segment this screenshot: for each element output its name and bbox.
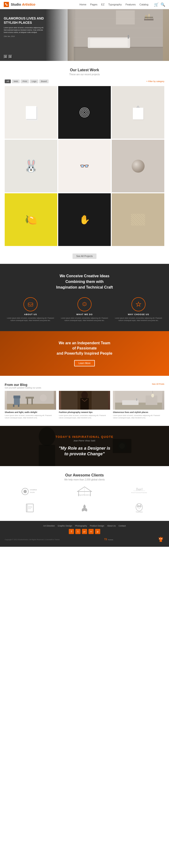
- svg-text:PHOTOGRAPHERS: PHOTOGRAPHERS: [131, 492, 147, 493]
- quote-text: "My Role as a Designer isto provoke Chan…: [5, 446, 164, 457]
- filter-print[interactable]: Print: [21, 80, 29, 83]
- joomlafox-brand: [157, 536, 164, 543]
- feature-why-choose-us-icon: [131, 297, 145, 311]
- svg-text:creative: creative: [30, 489, 37, 491]
- blog-header-left: From our Blog Get yourself updated readi…: [5, 383, 41, 389]
- social-linkedin[interactable]: in: [89, 529, 94, 534]
- footer-nav-art-direction[interactable]: Art Direction: [43, 525, 55, 527]
- search-icon[interactable]: 🔍: [161, 2, 165, 7]
- nav-pages[interactable]: Pages: [90, 3, 97, 6]
- portfolio-item-7[interactable]: 🍋: [5, 193, 57, 246]
- hero-content: Glamorous Lives And Stylish Places Lorem…: [4, 16, 46, 39]
- portfolio-visual-glasses: 👓: [80, 161, 89, 170]
- portfolio-visual-lemon: 🍋: [25, 214, 37, 225]
- svg-point-70: [161, 538, 162, 539]
- footer-nav-contact[interactable]: Contact: [119, 525, 126, 527]
- client-creativestudio: creative studio: [21, 487, 39, 496]
- quote-section: Today's Inspirational Quote Jean Pierre …: [0, 426, 169, 466]
- portfolio-item-3[interactable]: [112, 86, 164, 139]
- svg-rect-36: [122, 400, 139, 405]
- cart-icon[interactable]: 🛒: [154, 2, 159, 7]
- see-all-projects-button[interactable]: See All Projects: [72, 253, 97, 259]
- svg-point-63: [138, 506, 138, 507]
- blog-card-1-text: Lorem ipsum dolor sit amet, consectetur …: [5, 414, 56, 419]
- quote-label: Today's Inspirational Quote: [5, 435, 164, 439]
- client-degreeresidence: DegreeResidence: [75, 486, 94, 497]
- svg-text:Framework: Framework: [108, 539, 113, 540]
- svg-rect-38: [136, 398, 137, 401]
- blog-card-2: Fashion photography newest tips Lorem ip…: [59, 391, 110, 419]
- portfolio-visual-round: [132, 160, 144, 173]
- svg-rect-15: [144, 17, 153, 18]
- footer: Art Direction Graphic Design Photography…: [0, 521, 169, 547]
- learn-more-button[interactable]: Learn More: [74, 360, 95, 366]
- footer-nav: Art Direction Graphic Design Photography…: [5, 525, 164, 527]
- portfolio-item-5[interactable]: 👓: [58, 140, 111, 192]
- svg-point-32: [81, 391, 88, 399]
- hero-image: [68, 9, 169, 61]
- footer-nav-product-design[interactable]: Product Design: [90, 525, 104, 527]
- blog-header: From our Blog Get yourself updated readi…: [5, 383, 164, 389]
- social-google-plus[interactable]: g+: [82, 529, 87, 534]
- filter-category-label[interactable]: + Filter by category: [146, 80, 164, 83]
- nav-ez[interactable]: EZ: [101, 3, 104, 6]
- portfolio-item-9[interactable]: [112, 193, 164, 246]
- footer-bottom-bar: Copyright © 2013 StudioArtistico. All Ri…: [5, 536, 164, 543]
- portfolio-item-2[interactable]: [58, 86, 111, 139]
- svg-rect-14: [148, 14, 150, 19]
- nav-features[interactable]: Features: [126, 3, 136, 6]
- filter-logo[interactable]: Logo: [30, 80, 38, 83]
- logo-icon: [4, 2, 9, 7]
- feature-what-we-do-desc: Lorem ipsum dolor sit amet, consectetur …: [59, 317, 110, 322]
- header: StudioArtistico Home Pages EZ Typography…: [0, 0, 169, 9]
- hero-date: 23rd Jan, 2014: [4, 35, 46, 37]
- blog-card-2-title: Fashion photography newest tips: [59, 411, 110, 413]
- client-tsarl-icon: Tsarl PHOTOGRAPHERS: [130, 486, 148, 497]
- filter-bar: All Web Print Logo Brand + Filter by cat…: [5, 80, 164, 83]
- portfolio-item-6[interactable]: [112, 140, 164, 192]
- filter-all[interactable]: All: [5, 80, 11, 83]
- social-twitter[interactable]: t: [75, 529, 80, 534]
- nav-home[interactable]: Home: [79, 3, 87, 6]
- blog-subtitle: Get yourself updated reading our posts: [5, 386, 41, 389]
- portfolio-item-1[interactable]: [5, 86, 57, 139]
- see-all-blog-link[interactable]: See All Posts: [152, 383, 164, 385]
- svg-point-64: [140, 506, 141, 507]
- portfolio-item-8[interactable]: ✋: [58, 193, 111, 246]
- footer-nav-graphic-design[interactable]: Graphic Design: [58, 525, 72, 527]
- blog-card-3-title: Glamorous lives and stylish places: [113, 411, 164, 413]
- t3framework-logo: T3 Framework: [104, 536, 113, 542]
- feature-about-us-desc: Lorem ipsum dolor sit amet, consectetur …: [5, 317, 56, 322]
- footer-nav-about-us[interactable]: About Us: [107, 525, 116, 527]
- feature-what-we-do-icon: [77, 297, 92, 311]
- feature-what-we-do-title: What We Do: [59, 313, 110, 316]
- nav-catalog[interactable]: Catalog: [139, 3, 148, 6]
- footer-nav-photography[interactable]: Photography: [75, 525, 87, 527]
- svg-rect-27: [27, 399, 28, 404]
- logo-studio: Studio: [11, 3, 21, 6]
- hero-prev-button[interactable]: ‹: [4, 55, 7, 59]
- hero-next-button[interactable]: ›: [8, 55, 12, 59]
- hero-slider: Glamorous Lives And Stylish Places Lorem…: [0, 9, 169, 61]
- blog-section: From our Blog Get yourself updated readi…: [0, 376, 169, 426]
- portfolio-visual-bag: [133, 105, 143, 120]
- social-pinterest[interactable]: p: [95, 529, 100, 534]
- svg-rect-24: [13, 404, 14, 407]
- latest-work-subtitle: These are our recent projects: [5, 73, 164, 76]
- social-facebook[interactable]: f: [69, 529, 74, 534]
- nav-typography[interactable]: Typography: [108, 3, 122, 6]
- filter-web[interactable]: Web: [12, 80, 20, 83]
- client-thinktech: ThinkTech: [130, 502, 148, 514]
- filter-brand[interactable]: Brand: [39, 80, 48, 83]
- client-thinktech-icon: ThinkTech: [130, 502, 148, 514]
- clients-grid: creative studio DegreeResidence Tsarl PH…: [5, 486, 164, 514]
- creative-ideas-title: We Conceive Creative IdeasCombining them…: [5, 273, 164, 290]
- footer-copyright: Copyright © 2013 StudioArtistico. All Ri…: [5, 539, 60, 540]
- portfolio-item-4[interactable]: 🐰: [5, 140, 57, 192]
- main-nav: Home Pages EZ Typography Features Catalo…: [79, 2, 165, 7]
- svg-rect-17: [28, 303, 33, 306]
- feature-why-choose-us: Why Choose Us Lorem ipsum dolor sit amet…: [113, 297, 164, 322]
- feature-about-us-icon: [24, 297, 38, 311]
- blog-grid: Shadows and light, walls delight Lorem i…: [5, 391, 164, 419]
- bathroom-illustration: [68, 9, 169, 61]
